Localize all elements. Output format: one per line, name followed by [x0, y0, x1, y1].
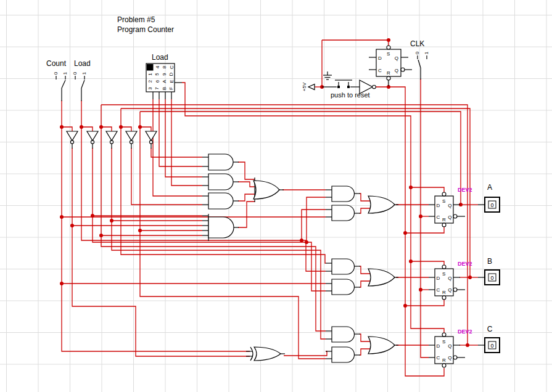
- keypad-key-F[interactable]: F: [168, 87, 174, 90]
- keypad-key-9[interactable]: 9: [162, 73, 167, 76]
- keypad-label: Load: [152, 53, 168, 62]
- ff-pin-r: R: [442, 357, 446, 363]
- push-to-reset-caption: push to reset: [331, 91, 370, 99]
- junction: [91, 214, 94, 218]
- keypad-key-1[interactable]: 1: [147, 73, 153, 76]
- ff-pin-d: D: [437, 203, 440, 208]
- schematic-canvas: Problem #5 Program Counter Count 0 1 Loa…: [0, 0, 552, 392]
- output-label: C: [487, 325, 493, 333]
- clk-pos0-label: 0: [414, 51, 420, 54]
- ff-pin-q: Q: [448, 276, 451, 281]
- junction: [403, 231, 407, 235]
- ff-pin-c: C: [437, 355, 440, 361]
- count-pos0-label: 0: [53, 71, 59, 75]
- r-bubble: [387, 76, 390, 80]
- count-switch-label: Count: [46, 59, 67, 68]
- junction: [138, 229, 142, 232]
- junction: [409, 186, 413, 189]
- keypad-key-E[interactable]: E: [169, 80, 175, 83]
- and-gate: [208, 217, 234, 238]
- keypad-key-A[interactable]: A: [162, 80, 167, 83]
- junction: [419, 214, 422, 218]
- load-pos0-label: 0: [72, 71, 78, 75]
- junction: [468, 276, 472, 279]
- and-gate: [332, 259, 355, 274]
- ff-pin-r: R: [387, 70, 390, 76]
- load-switch-label: Load: [74, 59, 91, 68]
- and-gate: [332, 205, 355, 221]
- title-line1: Problem #5: [117, 15, 155, 24]
- power-5v-label: +5V: [302, 82, 307, 91]
- ff-pin-c: C: [378, 68, 382, 73]
- junction: [409, 259, 413, 263]
- and-gate: [332, 347, 355, 362]
- keypad-key-B[interactable]: B: [162, 87, 167, 90]
- junction: [300, 239, 303, 242]
- junction: [403, 304, 407, 308]
- ff-pin-qbar: Q: [448, 287, 451, 293]
- keypad-key-4[interactable]: 4: [155, 65, 160, 68]
- r-bubble: [442, 296, 446, 300]
- ff-pin-q: Q: [395, 55, 398, 61]
- junction: [99, 125, 103, 129]
- keypad-key-8[interactable]: 8: [162, 65, 167, 68]
- ff-pin-q: Q: [448, 203, 451, 208]
- ff-pin-s: S: [442, 271, 445, 277]
- and-gate: [208, 193, 233, 209]
- ff-pin-q: Q: [448, 343, 451, 349]
- junction: [80, 125, 83, 129]
- and-gate: [332, 279, 355, 295]
- output-label: A: [487, 183, 492, 192]
- device-label: DEV2: [458, 261, 472, 267]
- junction: [70, 224, 74, 227]
- and-gate: [332, 186, 355, 202]
- junction: [466, 343, 469, 347]
- ff-pin-s: S: [442, 339, 445, 345]
- ff-pin-c: C: [437, 214, 440, 220]
- keypad-key-3[interactable]: 3: [147, 87, 153, 90]
- inverter-bubble: [373, 85, 376, 89]
- ff-pin-qbar: Q: [448, 355, 451, 361]
- and-gate: [208, 154, 233, 170]
- ff-pin-d: D: [378, 55, 382, 61]
- keypad-key-7[interactable]: 7: [154, 87, 160, 90]
- r-bubble: [442, 364, 446, 367]
- output-value: 0: [490, 275, 493, 281]
- junction: [119, 125, 123, 129]
- count-pos1-label: 1: [62, 71, 68, 75]
- keypad-key-6[interactable]: 6: [155, 80, 160, 83]
- junction: [305, 240, 308, 244]
- qbar-bubble: [453, 288, 457, 292]
- ff-pin-r: R: [442, 290, 446, 295]
- device-label: DEV2: [458, 329, 472, 335]
- ff-pin-qbar: Q: [395, 68, 398, 73]
- qbar-bubble: [401, 68, 405, 71]
- s-bubble: [442, 265, 446, 269]
- ff-pin-qbar: Q: [448, 214, 451, 220]
- junction: [110, 219, 113, 223]
- keypad-key-C[interactable]: C: [169, 65, 175, 69]
- clk-switch-label: CLK: [410, 39, 424, 48]
- output-label: B: [487, 257, 492, 266]
- junction: [60, 282, 64, 285]
- output-value: 0: [490, 202, 493, 208]
- r-bubble: [442, 223, 446, 227]
- keypad-key-2[interactable]: 2: [147, 80, 153, 83]
- junction: [138, 125, 142, 129]
- keypad-key-0[interactable]: 0: [147, 65, 153, 68]
- ff-pin-s: S: [387, 51, 390, 57]
- and-gate: [332, 327, 355, 342]
- junction: [387, 38, 390, 42]
- keypad-key-5[interactable]: 5: [154, 73, 160, 76]
- ff-pin-c: C: [437, 287, 440, 293]
- ff-pin-s: S: [442, 198, 445, 204]
- button-contact: [337, 86, 340, 88]
- junction: [60, 215, 64, 219]
- junction: [60, 125, 64, 129]
- clk-pos1-label: 1: [424, 51, 429, 54]
- keypad-key-D[interactable]: D: [168, 72, 174, 76]
- device-label: DEV2: [458, 187, 472, 193]
- s-bubble: [387, 46, 390, 49]
- junction: [419, 288, 422, 292]
- s-bubble: [442, 192, 446, 196]
